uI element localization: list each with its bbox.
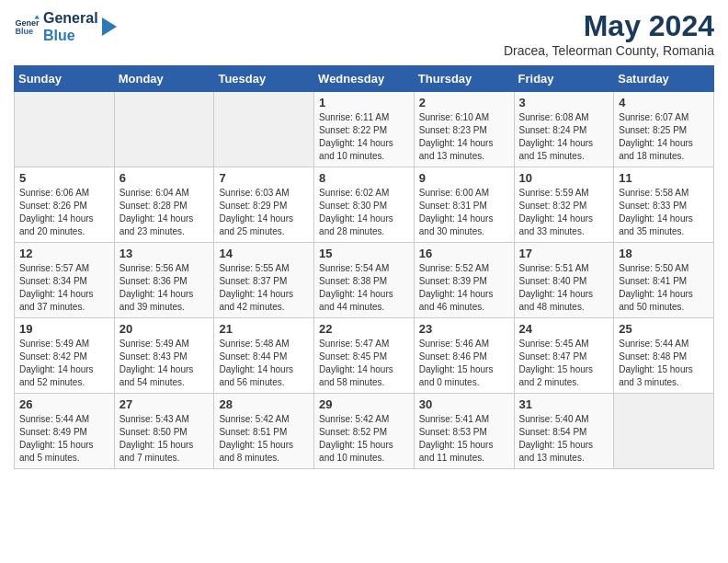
day-info: Sunrise: 5:56 AMSunset: 8:36 PMDaylight:… (119, 262, 210, 314)
title-area: May 2024 Dracea, Teleorman County, Roman… (504, 9, 714, 58)
calendar-cell: 3Sunrise: 6:08 AMSunset: 8:24 PMDaylight… (514, 92, 614, 167)
calendar-cell: 31Sunrise: 5:40 AMSunset: 8:54 PMDayligh… (514, 394, 614, 469)
svg-text:General: General (15, 18, 40, 28)
day-number: 27 (119, 397, 210, 411)
svg-text:Blue: Blue (15, 28, 33, 37)
calendar-cell: 26Sunrise: 5:44 AMSunset: 8:49 PMDayligh… (15, 394, 115, 469)
day-header-monday: Monday (114, 66, 214, 92)
calendar-cell: 12Sunrise: 5:57 AMSunset: 8:34 PMDayligh… (15, 243, 115, 318)
calendar-week-row: 5Sunrise: 6:06 AMSunset: 8:26 PMDaylight… (15, 167, 714, 243)
calendar-week-row: 1Sunrise: 6:11 AMSunset: 8:22 PMDaylight… (15, 92, 714, 167)
logo-line2: Blue (43, 27, 98, 44)
day-number: 8 (319, 171, 409, 185)
calendar-cell: 24Sunrise: 5:45 AMSunset: 8:47 PMDayligh… (514, 318, 614, 394)
calendar-cell: 25Sunrise: 5:44 AMSunset: 8:48 PMDayligh… (614, 318, 714, 394)
day-number: 25 (619, 322, 709, 336)
day-info: Sunrise: 5:44 AMSunset: 8:49 PMDaylight:… (19, 413, 109, 465)
day-number: 7 (219, 171, 309, 185)
calendar-cell: 10Sunrise: 5:59 AMSunset: 8:32 PMDayligh… (514, 167, 614, 243)
logo-line1: General (43, 9, 98, 27)
day-number: 10 (519, 171, 609, 185)
day-info: Sunrise: 6:08 AMSunset: 8:24 PMDaylight:… (519, 111, 609, 163)
day-info: Sunrise: 6:04 AMSunset: 8:28 PMDaylight:… (119, 187, 210, 238)
calendar-table: SundayMondayTuesdayWednesdayThursdayFrid… (14, 65, 714, 469)
day-info: Sunrise: 6:10 AMSunset: 8:23 PMDaylight:… (419, 111, 509, 163)
day-info: Sunrise: 5:42 AMSunset: 8:51 PMDaylight:… (219, 413, 309, 465)
calendar-cell: 21Sunrise: 5:48 AMSunset: 8:44 PMDayligh… (214, 318, 314, 394)
calendar-cell: 8Sunrise: 6:02 AMSunset: 8:30 PMDaylight… (314, 167, 415, 243)
calendar-cell (614, 394, 714, 469)
calendar-cell: 22Sunrise: 5:47 AMSunset: 8:45 PMDayligh… (314, 318, 415, 394)
month-title: May 2024 (504, 9, 714, 43)
day-number: 1 (319, 96, 409, 109)
svg-marker-2 (34, 16, 40, 19)
day-number: 22 (319, 322, 409, 336)
day-header-thursday: Thursday (414, 66, 514, 92)
location: Dracea, Teleorman County, Romania (504, 43, 714, 58)
calendar-week-row: 19Sunrise: 5:49 AMSunset: 8:42 PMDayligh… (15, 318, 714, 394)
calendar-cell: 30Sunrise: 5:41 AMSunset: 8:53 PMDayligh… (414, 394, 514, 469)
day-info: Sunrise: 6:11 AMSunset: 8:22 PMDaylight:… (319, 111, 409, 163)
calendar-cell (114, 92, 214, 167)
day-info: Sunrise: 5:46 AMSunset: 8:46 PMDaylight:… (419, 338, 509, 389)
day-number: 11 (619, 171, 709, 185)
day-number: 24 (519, 322, 609, 336)
day-number: 17 (519, 247, 609, 260)
day-number: 31 (519, 397, 609, 411)
calendar-cell: 4Sunrise: 6:07 AMSunset: 8:25 PMDaylight… (614, 92, 714, 167)
day-number: 5 (19, 171, 109, 185)
calendar-cell: 11Sunrise: 5:58 AMSunset: 8:33 PMDayligh… (614, 167, 714, 243)
day-info: Sunrise: 5:40 AMSunset: 8:54 PMDaylight:… (519, 413, 609, 465)
day-number: 23 (419, 322, 509, 336)
calendar-week-row: 12Sunrise: 5:57 AMSunset: 8:34 PMDayligh… (15, 243, 714, 318)
day-header-friday: Friday (514, 66, 614, 92)
day-info: Sunrise: 5:43 AMSunset: 8:50 PMDaylight:… (119, 413, 210, 465)
calendar-header-row: SundayMondayTuesdayWednesdayThursdayFrid… (15, 66, 714, 92)
day-info: Sunrise: 5:59 AMSunset: 8:32 PMDaylight:… (519, 187, 609, 238)
day-info: Sunrise: 5:42 AMSunset: 8:52 PMDaylight:… (319, 413, 409, 465)
day-number: 4 (619, 96, 709, 109)
day-info: Sunrise: 6:00 AMSunset: 8:31 PMDaylight:… (419, 187, 509, 238)
calendar-cell: 19Sunrise: 5:49 AMSunset: 8:42 PMDayligh… (15, 318, 115, 394)
day-info: Sunrise: 5:47 AMSunset: 8:45 PMDaylight:… (319, 338, 409, 389)
calendar-cell: 2Sunrise: 6:10 AMSunset: 8:23 PMDaylight… (414, 92, 514, 167)
day-info: Sunrise: 5:41 AMSunset: 8:53 PMDaylight:… (419, 413, 509, 465)
day-info: Sunrise: 5:45 AMSunset: 8:47 PMDaylight:… (519, 338, 609, 389)
day-header-saturday: Saturday (614, 66, 714, 92)
day-number: 26 (19, 397, 109, 411)
day-number: 19 (19, 322, 109, 336)
day-number: 20 (119, 322, 210, 336)
day-info: Sunrise: 5:52 AMSunset: 8:39 PMDaylight:… (419, 262, 509, 314)
calendar-cell: 29Sunrise: 5:42 AMSunset: 8:52 PMDayligh… (314, 394, 415, 469)
day-number: 16 (419, 247, 509, 260)
day-info: Sunrise: 5:58 AMSunset: 8:33 PMDaylight:… (619, 187, 709, 238)
calendar-cell: 6Sunrise: 6:04 AMSunset: 8:28 PMDaylight… (114, 167, 214, 243)
calendar-cell (15, 92, 115, 167)
day-header-wednesday: Wednesday (314, 66, 415, 92)
calendar-cell: 13Sunrise: 5:56 AMSunset: 8:36 PMDayligh… (114, 243, 214, 318)
calendar-cell: 20Sunrise: 5:49 AMSunset: 8:43 PMDayligh… (114, 318, 214, 394)
day-info: Sunrise: 6:03 AMSunset: 8:29 PMDaylight:… (219, 187, 309, 238)
day-number: 18 (619, 247, 709, 260)
day-info: Sunrise: 5:50 AMSunset: 8:41 PMDaylight:… (619, 262, 709, 314)
calendar-cell: 16Sunrise: 5:52 AMSunset: 8:39 PMDayligh… (414, 243, 514, 318)
svg-marker-3 (102, 17, 117, 36)
day-info: Sunrise: 5:49 AMSunset: 8:42 PMDaylight:… (19, 338, 109, 389)
calendar-cell: 1Sunrise: 6:11 AMSunset: 8:22 PMDaylight… (314, 92, 415, 167)
calendar-cell: 27Sunrise: 5:43 AMSunset: 8:50 PMDayligh… (114, 394, 214, 469)
day-info: Sunrise: 6:06 AMSunset: 8:26 PMDaylight:… (19, 187, 109, 238)
calendar-week-row: 26Sunrise: 5:44 AMSunset: 8:49 PMDayligh… (15, 394, 714, 469)
day-number: 2 (419, 96, 509, 109)
day-info: Sunrise: 5:54 AMSunset: 8:38 PMDaylight:… (319, 262, 409, 314)
calendar-cell: 9Sunrise: 6:00 AMSunset: 8:31 PMDaylight… (414, 167, 514, 243)
calendar-cell: 18Sunrise: 5:50 AMSunset: 8:41 PMDayligh… (614, 243, 714, 318)
calendar-cell: 15Sunrise: 5:54 AMSunset: 8:38 PMDayligh… (314, 243, 415, 318)
day-info: Sunrise: 5:49 AMSunset: 8:43 PMDaylight:… (119, 338, 210, 389)
day-info: Sunrise: 5:44 AMSunset: 8:48 PMDaylight:… (619, 338, 709, 389)
day-info: Sunrise: 5:48 AMSunset: 8:44 PMDaylight:… (219, 338, 309, 389)
calendar-cell: 23Sunrise: 5:46 AMSunset: 8:46 PMDayligh… (414, 318, 514, 394)
page-header: General Blue General Blue May 2024 Drace… (14, 9, 714, 58)
day-header-tuesday: Tuesday (214, 66, 314, 92)
day-number: 6 (119, 171, 210, 185)
logo-arrow-icon (102, 17, 117, 36)
